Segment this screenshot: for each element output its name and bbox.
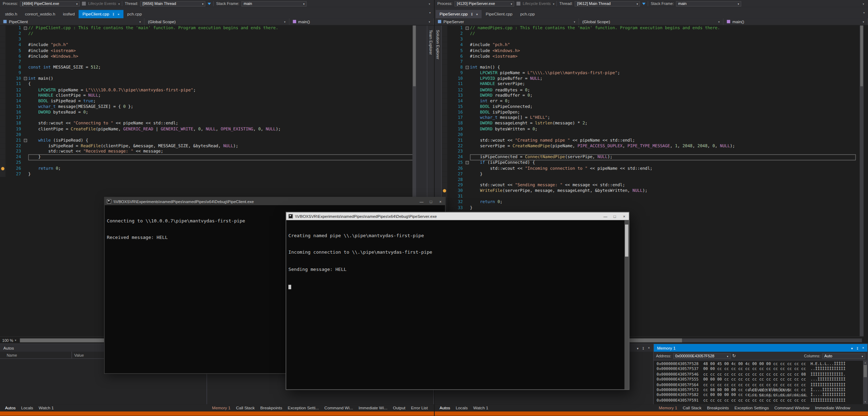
glyph-margin[interactable]	[0, 132, 6, 138]
glyph-margin[interactable]	[442, 104, 447, 110]
fold-margin[interactable]	[465, 93, 470, 98]
nav-scope-dropdown[interactable]: (Global Scope)▾	[145, 18, 289, 25]
fold-margin[interactable]	[23, 93, 28, 98]
glyph-margin[interactable]	[0, 126, 6, 132]
close-icon[interactable]: ×	[117, 12, 120, 15]
thread-combo[interactable]: [9656] Main Thread▾	[140, 1, 206, 6]
fold-margin[interactable]	[465, 76, 470, 82]
glyph-margin[interactable]	[442, 110, 447, 115]
toolbar-overflow-icon[interactable]: ▾	[429, 2, 431, 5]
thread-combo[interactable]: [9612] Main Thread▾	[575, 1, 640, 6]
fold-margin[interactable]	[23, 155, 28, 160]
fold-margin[interactable]	[465, 165, 470, 171]
glyph-margin[interactable]	[442, 155, 447, 160]
tool-tab-breakpoints[interactable]: Breakpoints	[257, 404, 285, 411]
scrollbar-thumb[interactable]	[860, 25, 863, 86]
glyph-margin[interactable]	[0, 25, 6, 31]
editor-tab-pch-cpp[interactable]: pch.cpp	[516, 10, 538, 18]
glyph-margin[interactable]	[442, 59, 447, 65]
glyph-margin[interactable]	[0, 42, 6, 48]
process-combo[interactable]: [4984] PipeClient.exe▾	[20, 1, 80, 6]
fold-margin[interactable]	[465, 37, 470, 42]
fold-collapse-icon[interactable]: −	[24, 27, 27, 30]
scroll-down-icon[interactable]: ▼	[863, 400, 868, 404]
close-icon[interactable]: ×	[648, 346, 650, 349]
nav-project-dropdown[interactable]: PipeClient▾	[0, 18, 145, 25]
fold-collapse-icon[interactable]: −	[466, 66, 469, 69]
fold-margin[interactable]: −	[23, 138, 28, 143]
tab-list-icon[interactable]: ▾	[863, 11, 865, 14]
tool-tab-exception-setti[interactable]: Exception Setti...	[285, 404, 321, 411]
glyph-margin[interactable]	[442, 121, 447, 126]
fold-margin[interactable]	[465, 53, 470, 59]
editor-tab-pipeserver-cpp[interactable]: PipeServer.cpp↧×	[436, 10, 482, 18]
glyph-margin[interactable]	[0, 87, 6, 93]
fold-margin[interactable]	[465, 132, 470, 138]
editor-tab-iosfwd[interactable]: iosfwd	[59, 10, 79, 18]
console-title-bar[interactable]: \\VBOXSVR\Experiments\namedPipes\namedPi…	[104, 197, 445, 205]
scroll-up-icon[interactable]: ▲	[863, 360, 868, 365]
fold-margin[interactable]	[465, 143, 470, 149]
editor-tab-stdio-h[interactable]: stdio.h	[1, 10, 21, 18]
glyph-margin[interactable]	[0, 149, 6, 155]
console-title-bar[interactable]: \\VBOXSVR\Experiments\namedPipes\namedPi…	[286, 212, 629, 220]
fold-margin[interactable]	[465, 126, 470, 132]
zoom-control[interactable]: 100 %▾	[0, 338, 19, 342]
tool-tab-autos[interactable]: Autos	[2, 404, 18, 411]
window-menu-icon[interactable]: ▾	[637, 346, 639, 350]
fold-margin[interactable]	[23, 126, 28, 132]
console-output[interactable]: Creating named pipe \\.\pipe\mantvydas-f…	[286, 220, 629, 389]
glyph-margin[interactable]	[0, 155, 6, 160]
glyph-margin[interactable]	[442, 31, 447, 37]
minimize-button[interactable]: —	[601, 212, 610, 220]
fold-margin[interactable]	[23, 31, 28, 37]
fold-collapse-icon[interactable]: −	[24, 139, 27, 142]
fold-margin[interactable]	[23, 37, 28, 42]
fold-margin[interactable]	[23, 160, 28, 165]
tool-tab-memory-1[interactable]: Memory 1	[656, 404, 680, 411]
glyph-margin[interactable]	[0, 59, 6, 65]
glyph-margin[interactable]	[442, 93, 447, 98]
tool-tab-immediate-window[interactable]: Immediate Window	[812, 404, 853, 411]
tool-tab-autos[interactable]: Autos	[437, 404, 453, 411]
fold-margin[interactable]	[23, 171, 28, 177]
glyph-margin[interactable]	[442, 165, 447, 171]
memory-scrollbar[interactable]: ▲▼	[863, 360, 868, 404]
fold-margin[interactable]	[465, 48, 470, 53]
fold-margin[interactable]	[465, 104, 470, 110]
maximize-button[interactable]: □	[426, 197, 436, 205]
glyph-margin[interactable]	[442, 82, 447, 87]
address-input[interactable]: 0x000000E43057F528▾	[673, 353, 730, 359]
breakpoint-icon[interactable]	[443, 189, 446, 192]
glyph-margin[interactable]	[442, 98, 447, 104]
glyph-margin[interactable]	[442, 65, 447, 70]
glyph-margin[interactable]	[442, 177, 447, 182]
fold-margin[interactable]	[465, 149, 470, 155]
tool-tab-immediate-wi[interactable]: Immediate Wi...	[356, 404, 390, 411]
fold-collapse-icon[interactable]: −	[466, 27, 469, 30]
glyph-margin[interactable]	[0, 70, 6, 76]
glyph-margin[interactable]	[0, 65, 6, 70]
fold-margin[interactable]	[465, 31, 470, 37]
scrollbar-thumb[interactable]	[625, 225, 628, 256]
glyph-margin[interactable]	[442, 132, 447, 138]
scrollbar-thumb[interactable]	[413, 25, 416, 86]
fold-margin[interactable]	[23, 48, 28, 53]
tool-tab-locals[interactable]: Locals	[453, 404, 471, 411]
fold-margin[interactable]	[465, 194, 470, 199]
glyph-margin[interactable]	[0, 31, 6, 37]
pin-icon[interactable]: ↧	[642, 346, 645, 350]
glyph-margin[interactable]	[442, 143, 447, 149]
fold-margin[interactable]: −	[23, 76, 28, 82]
fold-margin[interactable]	[465, 177, 470, 182]
glyph-margin[interactable]	[0, 104, 6, 110]
editor-tab-pipeclient-cpp[interactable]: PipeClient.cpp↧×	[78, 10, 123, 18]
pin-icon[interactable]: ↧	[471, 12, 473, 16]
scrollbar-thumb[interactable]	[863, 365, 867, 377]
filter-icon[interactable]	[208, 2, 211, 5]
minimize-button[interactable]: —	[417, 197, 426, 205]
fold-margin[interactable]	[465, 121, 470, 126]
fold-margin[interactable]	[23, 104, 28, 110]
tool-tab-locals[interactable]: Locals	[18, 404, 36, 411]
tool-tab-call-stack[interactable]: Call Stack	[233, 404, 257, 411]
